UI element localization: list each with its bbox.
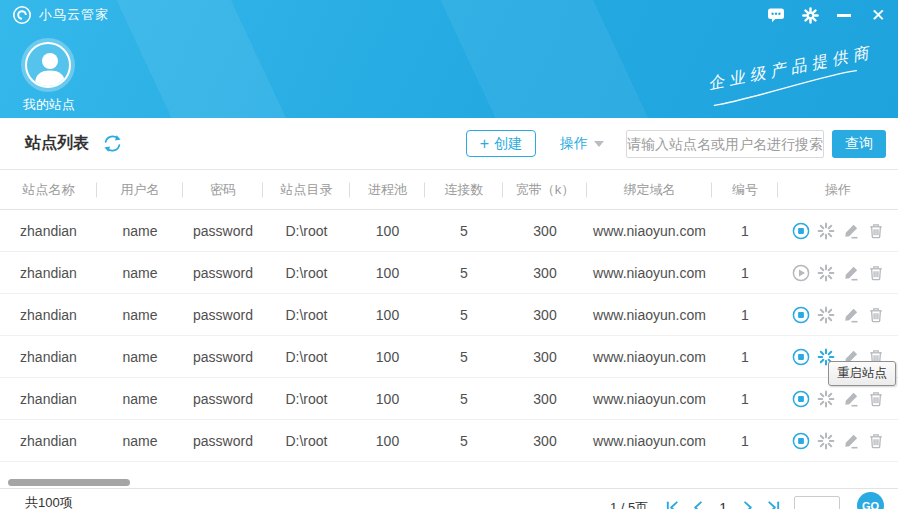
- col-password: 密码: [183, 181, 263, 199]
- restart-site-button[interactable]: [817, 222, 835, 240]
- goto-page-input[interactable]: [794, 496, 840, 509]
- cell-number: 1: [712, 307, 778, 323]
- chat-icon[interactable]: [766, 5, 786, 25]
- start-site-button[interactable]: [792, 264, 810, 282]
- delete-site-button[interactable]: [867, 264, 885, 282]
- delete-site-button[interactable]: [867, 432, 885, 450]
- restart-tooltip: 重启站点: [828, 361, 896, 386]
- col-username: 用户名: [97, 181, 183, 199]
- cell-connections: 5: [425, 349, 503, 365]
- prev-page-button[interactable]: [691, 500, 706, 509]
- search-input[interactable]: [626, 130, 824, 158]
- header-banner: 小鸟云管家: [0, 0, 898, 118]
- col-connections: 连接数: [425, 181, 503, 199]
- cell-domain: www.niaoyun.com: [587, 349, 712, 365]
- cell-password: password: [183, 223, 263, 239]
- toolbar-actions: + 创建 操作 查询: [466, 130, 886, 158]
- table-row: zhandian name password D:\root 100 5 300…: [0, 294, 898, 336]
- stop-site-button[interactable]: [792, 348, 810, 366]
- query-button[interactable]: 查询: [832, 130, 886, 158]
- cell-password: password: [183, 307, 263, 323]
- page-title: 站点列表: [25, 133, 89, 154]
- cell-username: name: [97, 265, 183, 281]
- cell-connections: 5: [425, 307, 503, 323]
- cell-domain: www.niaoyun.com: [587, 223, 712, 239]
- table-row: zhandian name password D:\root 100 5 300…: [0, 210, 898, 252]
- table-row: zhandian name password D:\root 100 5 300…: [0, 420, 898, 462]
- footer-bar: 共100项 1 / 5页 1 GO: [0, 488, 898, 509]
- titlebar-controls: ✕: [766, 5, 888, 25]
- my-sites-label: 我的站点: [23, 96, 73, 114]
- next-page-button[interactable]: [740, 500, 755, 509]
- col-directory: 站点目录: [263, 181, 350, 199]
- table-row: zhandian name password D:\root 100 5 300…: [0, 378, 898, 420]
- cell-process-pool: 100: [350, 265, 425, 281]
- horizontal-scrollbar[interactable]: [8, 479, 130, 486]
- actions-dropdown[interactable]: 操作: [560, 135, 604, 153]
- cell-site-name: zhandian: [0, 391, 97, 407]
- stop-site-button[interactable]: [792, 222, 810, 240]
- edit-site-button[interactable]: [842, 222, 860, 240]
- avatar: [25, 42, 71, 88]
- cell-site-name: zhandian: [0, 349, 97, 365]
- last-page-button[interactable]: [766, 500, 781, 509]
- cell-number: 1: [712, 223, 778, 239]
- restart-site-button[interactable]: [817, 264, 835, 282]
- current-page-number: 1: [717, 500, 729, 509]
- cell-bandwidth: 300: [503, 349, 587, 365]
- edit-site-button[interactable]: [842, 306, 860, 324]
- cell-username: name: [97, 349, 183, 365]
- cell-process-pool: 100: [350, 349, 425, 365]
- cell-operations: [778, 222, 898, 240]
- delete-site-button[interactable]: [867, 306, 885, 324]
- pagination: 1 / 5页 1 GO: [610, 494, 884, 509]
- delete-site-button[interactable]: [867, 390, 885, 408]
- cell-bandwidth: 300: [503, 433, 587, 449]
- cell-directory: D:\root: [263, 265, 350, 281]
- first-page-button[interactable]: [665, 500, 680, 509]
- cell-site-name: zhandian: [0, 433, 97, 449]
- stop-site-button[interactable]: [792, 432, 810, 450]
- cell-bandwidth: 300: [503, 223, 587, 239]
- sidebar-item-my-sites[interactable]: 我的站点: [23, 42, 73, 114]
- page-indicator: 1 / 5页: [610, 499, 648, 509]
- cell-operations: [778, 264, 898, 282]
- stop-site-button[interactable]: [792, 306, 810, 324]
- delete-site-button[interactable]: [867, 222, 885, 240]
- edit-site-button[interactable]: [842, 390, 860, 408]
- cell-bandwidth: 300: [503, 391, 587, 407]
- cell-connections: 5: [425, 391, 503, 407]
- restart-site-button[interactable]: [817, 306, 835, 324]
- cell-directory: D:\root: [263, 349, 350, 365]
- cell-operations: [778, 432, 898, 450]
- minimize-button[interactable]: [834, 5, 854, 25]
- cell-number: 1: [712, 265, 778, 281]
- cell-directory: D:\root: [263, 307, 350, 323]
- cell-connections: 5: [425, 433, 503, 449]
- create-button[interactable]: + 创建: [466, 130, 536, 157]
- cell-password: password: [183, 349, 263, 365]
- cell-password: password: [183, 391, 263, 407]
- cell-operations: [778, 390, 898, 408]
- cell-number: 1: [712, 433, 778, 449]
- total-count-label: 共100项: [25, 494, 73, 509]
- restart-site-button[interactable]: [817, 390, 835, 408]
- cell-site-name: zhandian: [0, 307, 97, 323]
- cell-password: password: [183, 433, 263, 449]
- go-button[interactable]: GO: [857, 492, 884, 509]
- refresh-icon[interactable]: [102, 133, 123, 154]
- cell-username: name: [97, 223, 183, 239]
- edit-site-button[interactable]: [842, 432, 860, 450]
- stop-site-button[interactable]: [792, 390, 810, 408]
- cell-site-name: zhandian: [0, 265, 97, 281]
- cell-operations: [778, 306, 898, 324]
- create-button-label: 创建: [494, 135, 522, 153]
- app-title: 小鸟云管家: [39, 6, 109, 24]
- cell-domain: www.niaoyun.com: [587, 391, 712, 407]
- close-button[interactable]: ✕: [868, 5, 888, 25]
- edit-site-button[interactable]: [842, 264, 860, 282]
- titlebar: 小鸟云管家: [0, 0, 898, 30]
- restart-site-button[interactable]: [817, 432, 835, 450]
- plus-icon: +: [480, 136, 489, 152]
- settings-gear-icon[interactable]: [800, 5, 820, 25]
